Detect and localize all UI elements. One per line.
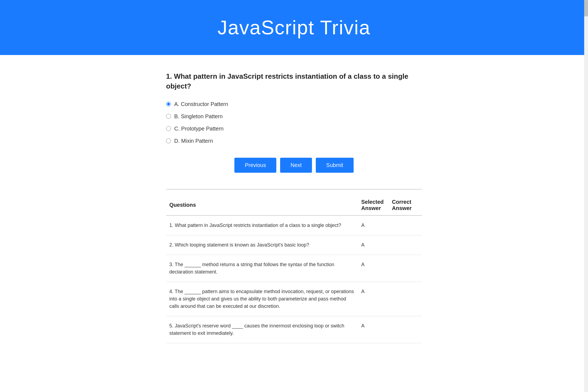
table-cell-correct-5 <box>389 316 422 343</box>
buttons-row: Previous Next Submit <box>166 158 422 173</box>
option-item-c: C. Prototype Pattern <box>166 126 422 132</box>
previous-button[interactable]: Previous <box>234 158 276 173</box>
option-item-b: B. Singleton Pattern <box>166 113 422 120</box>
table-row: 5. JavaScript's reserve word ____ causes… <box>166 316 422 343</box>
table-cell-question-2: 2. Which looping statement is known as J… <box>166 235 358 255</box>
table-cell-correct-2 <box>389 235 422 255</box>
radio-d[interactable] <box>166 138 171 143</box>
radio-b[interactable] <box>166 114 171 119</box>
table-cell-question-5: 5. JavaScript's reserve word ____ causes… <box>166 316 358 343</box>
table-cell-correct-1 <box>389 215 422 235</box>
table-row: 3. The ______ method returns a string th… <box>166 255 422 282</box>
option-item-d: D. Mixin Pattern <box>166 138 422 144</box>
table-cell-selected-4: A <box>358 282 389 316</box>
table-row: 1. What pattern in JavaScript restricts … <box>166 215 422 235</box>
option-label-c[interactable]: C. Prototype Pattern <box>174 126 223 132</box>
scrollbar-thumb[interactable] <box>584 0 588 16</box>
table-cell-correct-3 <box>389 255 422 282</box>
header: JavaScript Trivia <box>0 0 588 55</box>
option-item-a: A. Constructor Pattern <box>166 101 422 107</box>
option-label-b[interactable]: B. Singleton Pattern <box>174 113 223 120</box>
question-section: 1. What pattern in JavaScript restricts … <box>166 71 422 144</box>
table-cell-correct-4 <box>389 282 422 316</box>
table-cell-selected-3: A <box>358 255 389 282</box>
question-text: 1. What pattern in JavaScript restricts … <box>166 71 422 91</box>
table-section: Questions Selected Answer Correct Answer… <box>166 189 422 343</box>
table-row: 4. The ______ pattern aims to encapsulat… <box>166 282 422 316</box>
next-button[interactable]: Next <box>280 158 312 173</box>
table-cell-selected-2: A <box>358 235 389 255</box>
table-cell-question-4: 4. The ______ pattern aims to encapsulat… <box>166 282 358 316</box>
col-header-correct: Correct Answer <box>389 195 422 215</box>
col-header-selected: Selected Answer <box>358 195 389 215</box>
page-title: JavaScript Trivia <box>5 16 583 39</box>
radio-a[interactable] <box>166 102 171 107</box>
option-label-a[interactable]: A. Constructor Pattern <box>174 101 228 107</box>
results-table: Questions Selected Answer Correct Answer… <box>166 195 422 343</box>
submit-button[interactable]: Submit <box>316 158 353 173</box>
scrollbar-track[interactable] <box>584 0 588 360</box>
col-header-question: Questions <box>166 195 358 215</box>
table-cell-question-1: 1. What pattern in JavaScript restricts … <box>166 215 358 235</box>
table-cell-question-3: 3. The ______ method returns a string th… <box>166 255 358 282</box>
table-row: 2. Which looping statement is known as J… <box>166 235 422 255</box>
options-list: A. Constructor PatternB. Singleton Patte… <box>166 101 422 144</box>
table-cell-selected-5: A <box>358 316 389 343</box>
radio-c[interactable] <box>166 126 171 131</box>
main-content: 1. What pattern in JavaScript restricts … <box>144 55 444 360</box>
table-cell-selected-1: A <box>358 215 389 235</box>
option-label-d[interactable]: D. Mixin Pattern <box>174 138 213 144</box>
